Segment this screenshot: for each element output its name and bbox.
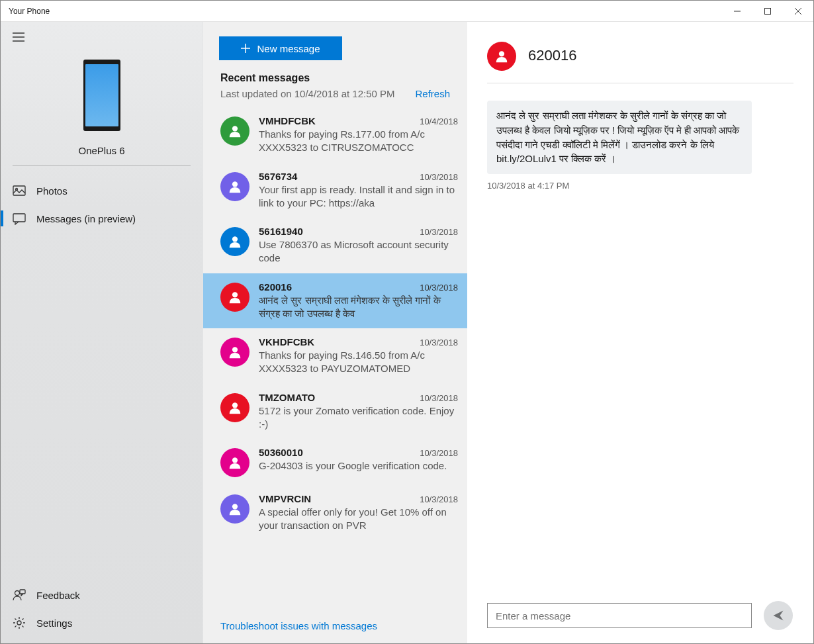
- message-preview: 5172 is your Zomato verification code. E…: [259, 404, 458, 432]
- contact-avatar: [487, 42, 516, 71]
- hamburger-menu[interactable]: [1, 22, 203, 48]
- message-sender: VMHDFCBK: [259, 115, 420, 126]
- message-preview: Use 7806370 as Microsoft account securit…: [259, 238, 458, 265]
- new-message-label: New message: [257, 43, 320, 54]
- feedback-icon: [13, 588, 26, 602]
- avatar: [220, 116, 249, 146]
- svg-point-20: [232, 402, 238, 408]
- svg-point-10: [15, 591, 20, 596]
- svg-rect-7: [13, 186, 25, 195]
- svg-point-22: [232, 504, 238, 509]
- message-sender: 620016: [259, 281, 420, 293]
- message-item[interactable]: VKHDFCBK10/3/2018Thanks for paying Rs.14…: [203, 328, 467, 384]
- message-sender: VMPVRCIN: [259, 493, 420, 504]
- send-button[interactable]: [764, 601, 793, 630]
- message-date: 10/3/2018: [420, 448, 458, 458]
- message-date: 10/3/2018: [420, 494, 458, 504]
- nav-messages[interactable]: Messages (in preview): [1, 205, 203, 232]
- conversation-header: 620016: [487, 40, 793, 83]
- message-item[interactable]: VMHDFCBK10/4/2018Thanks for paying Rs.17…: [203, 107, 467, 163]
- svg-point-17: [232, 236, 238, 242]
- recent-messages-heading: Recent messages: [203, 72, 467, 84]
- svg-rect-9: [13, 214, 25, 222]
- send-icon: [772, 609, 785, 622]
- message-sender: VKHDFCBK: [259, 336, 420, 347]
- message-item[interactable]: 5036001010/3/2018G-204303 is your Google…: [203, 439, 467, 485]
- message-sender: TMZOMATO: [259, 392, 420, 403]
- avatar: [220, 338, 249, 367]
- message-list-panel: New message Recent messages Last updated…: [203, 22, 467, 643]
- svg-point-19: [232, 347, 238, 352]
- svg-rect-11: [20, 590, 25, 594]
- conversation-title: 620016: [528, 47, 576, 64]
- message-preview: Thanks for paying Rs.146.50 from A/c XXX…: [259, 349, 458, 376]
- message-item[interactable]: 62001610/3/2018आनंद ले सुर सम्राघी लता म…: [203, 273, 467, 329]
- maximize-button[interactable]: [752, 1, 783, 22]
- svg-point-18: [232, 292, 238, 297]
- compose-input[interactable]: [487, 603, 752, 628]
- window-title: Your Phone: [9, 7, 722, 16]
- nav-photos[interactable]: Photos: [1, 177, 203, 205]
- troubleshoot-link[interactable]: Troubleshoot issues with messages: [203, 608, 467, 643]
- svg-point-23: [499, 51, 504, 56]
- message-sender: 56161940: [259, 226, 420, 237]
- message-sender: 5676734: [259, 171, 420, 182]
- divider: [13, 165, 191, 166]
- message-sender: 50360010: [259, 447, 420, 458]
- message-item[interactable]: VMPVRCIN10/3/2018A special offer only fo…: [203, 485, 467, 541]
- message-icon: [13, 212, 26, 225]
- plus-icon: [241, 44, 250, 53]
- message-item[interactable]: TMZOMATO10/3/20185172 is your Zomato ver…: [203, 384, 467, 439]
- message-preview: G-204303 is your Google verification cod…: [259, 459, 458, 473]
- nav-settings-label: Settings: [36, 618, 72, 629]
- message-date: 10/3/2018: [420, 283, 458, 293]
- message-date: 10/3/2018: [420, 393, 458, 403]
- svg-point-15: [232, 126, 238, 131]
- message-preview: आनंद ले सुर सम्राघी लता मंगेशकर के सुरील…: [259, 294, 458, 321]
- message-preview: Thanks for paying Rs.177.00 from A/c XXX…: [259, 128, 458, 155]
- refresh-link[interactable]: Refresh: [415, 88, 450, 99]
- message-date: 10/3/2018: [420, 227, 458, 237]
- avatar: [220, 283, 249, 312]
- last-updated-text: Last updated on 10/4/2018 at 12:50 PM: [220, 88, 415, 99]
- nav-messages-label: Messages (in preview): [36, 213, 136, 224]
- message-date: 10/4/2018: [420, 116, 458, 126]
- close-button[interactable]: [783, 1, 813, 22]
- nav-feedback[interactable]: Feedback: [1, 581, 203, 609]
- svg-point-12: [17, 621, 21, 625]
- phone-name: OnePlus 6: [1, 140, 203, 165]
- message-item[interactable]: 567673410/3/2018Your first app is ready.…: [203, 163, 467, 218]
- minimize-button[interactable]: [722, 1, 752, 22]
- titlebar: Your Phone: [1, 1, 813, 22]
- svg-point-21: [232, 457, 238, 463]
- nav-photos-label: Photos: [36, 185, 68, 197]
- svg-point-16: [232, 181, 238, 187]
- nav-feedback-label: Feedback: [36, 590, 80, 601]
- conversation-panel: 620016 आनंद ले सुर सम्राघी लता मंगेशकर क…: [467, 22, 813, 643]
- new-message-button[interactable]: New message: [219, 36, 342, 60]
- svg-rect-1: [765, 8, 771, 14]
- gear-icon: [13, 616, 26, 629]
- message-date: 10/3/2018: [420, 172, 458, 182]
- avatar: [220, 172, 249, 201]
- avatar: [220, 448, 249, 477]
- message-date: 10/3/2018: [420, 338, 458, 347]
- message-list[interactable]: VMHDFCBK10/4/2018Thanks for paying Rs.17…: [203, 107, 467, 608]
- avatar: [220, 494, 249, 524]
- nav-settings[interactable]: Settings: [1, 609, 203, 637]
- message-timestamp: 10/3/2018 at 4:17 PM: [487, 181, 793, 191]
- photo-icon: [13, 184, 26, 197]
- sidebar: OnePlus 6 Photos Messages (in preview): [1, 22, 203, 643]
- message-item[interactable]: 5616194010/3/2018Use 7806370 as Microsof…: [203, 218, 467, 273]
- message-bubble: आनंद ले सुर सम्राघी लता मंगेशकर के सुरील…: [487, 101, 752, 174]
- phone-graphic: [1, 48, 203, 140]
- message-preview: Your first app is ready. Install it and …: [259, 183, 458, 210]
- avatar: [220, 227, 249, 256]
- avatar: [220, 393, 249, 422]
- message-preview: A special offer only for you! Get 10% of…: [259, 506, 458, 533]
